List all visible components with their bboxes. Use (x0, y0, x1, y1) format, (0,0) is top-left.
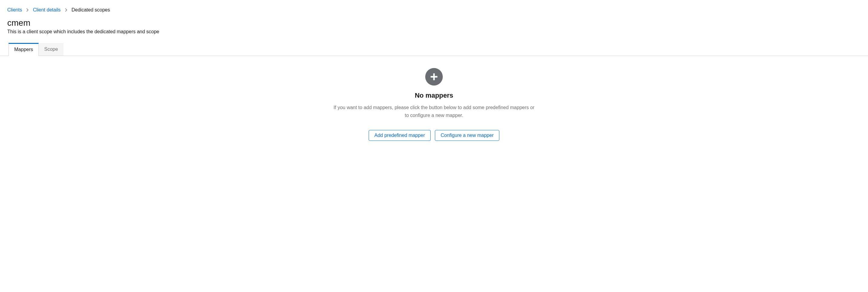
empty-state: No mappers If you want to add mappers, p… (325, 56, 543, 153)
breadcrumb-link-client-details[interactable]: Client details (33, 7, 61, 13)
empty-state-title: No mappers (331, 92, 537, 99)
empty-state-actions: Add predefined mapper Configure a new ma… (331, 130, 537, 141)
tabs-container: Mappers Scope (0, 43, 868, 56)
breadcrumb: Clients Client details Dedicated scopes (7, 7, 861, 13)
tab-scope[interactable]: Scope (39, 43, 63, 56)
plus-circle-icon (425, 68, 443, 86)
empty-state-body: If you want to add mappers, please click… (331, 104, 537, 119)
chevron-right-icon (65, 8, 67, 12)
breadcrumb-current: Dedicated scopes (72, 7, 110, 13)
tab-mappers[interactable]: Mappers (8, 43, 39, 56)
configure-new-mapper-button[interactable]: Configure a new mapper (435, 130, 499, 141)
breadcrumb-link-clients[interactable]: Clients (7, 7, 22, 13)
page-title: cmem (7, 18, 861, 28)
page-subtitle: This is a client scope which includes th… (7, 29, 861, 34)
chevron-right-icon (26, 8, 29, 12)
add-predefined-mapper-button[interactable]: Add predefined mapper (369, 130, 431, 141)
